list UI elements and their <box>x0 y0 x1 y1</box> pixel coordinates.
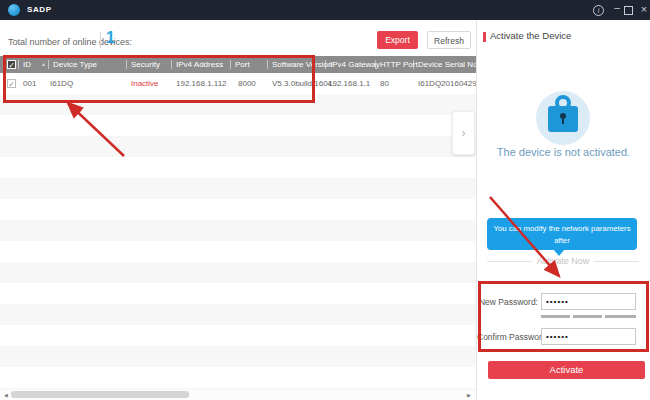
column-header-ipv4-address[interactable]: IPv4 Address <box>171 56 223 73</box>
total-devices-count: 1 <box>106 29 115 47</box>
refresh-button[interactable]: Refresh <box>427 31 471 49</box>
cell-device-type: I61DQ <box>50 73 73 94</box>
column-header-security[interactable]: Security <box>126 56 160 73</box>
password-strength-bar <box>541 315 570 318</box>
tooltip-line1: You can modify the network parameters af… <box>487 223 637 247</box>
password-strength-bar <box>573 315 602 318</box>
minimize-icon[interactable]: – <box>610 1 624 15</box>
scrollbar-thumb[interactable] <box>11 391 189 398</box>
table-row[interactable]: ✓ 001 I61DQ Inactive 192.168.1.112 8000 … <box>0 73 476 94</box>
password-strength-bar <box>605 315 636 318</box>
cell-http-port: 80 <box>380 73 389 94</box>
device-status-text: The device is not activated. <box>477 146 650 158</box>
panel-title-marker <box>483 32 486 42</box>
info-icon[interactable]: i <box>593 5 604 16</box>
scroll-right-icon[interactable]: ▶ <box>467 391 471 399</box>
divider-line <box>487 261 532 262</box>
divider-line <box>594 261 639 262</box>
column-header-id[interactable]: ID <box>18 56 31 73</box>
select-all-checkbox[interactable]: ✓ <box>7 60 16 69</box>
confirm-password-input[interactable] <box>541 328 636 345</box>
scroll-left-icon[interactable]: ◀ <box>4 391 8 399</box>
tooltip-tail <box>553 249 565 256</box>
cell-id: 001 <box>23 73 36 94</box>
cell-security: Inactive <box>131 73 159 94</box>
cell-serial: I61DQ20160429AAW <box>418 73 476 94</box>
table-header: ✓ ID ▲ Device Type Security IPv4 Address… <box>0 56 476 73</box>
new-password-label: New Password: <box>477 293 538 311</box>
activate-button[interactable]: Activate <box>488 361 645 379</box>
row-checkbox[interactable]: ✓ <box>7 79 16 88</box>
column-header-port[interactable]: Port <box>230 56 250 73</box>
panel-expand-handle[interactable]: › <box>452 111 475 155</box>
panel-title: Activate the Device <box>490 30 571 41</box>
column-header-http-port[interactable]: HTTP Port <box>375 56 418 73</box>
cell-ipv4-address: 192.168.1.112 <box>176 73 227 94</box>
sort-ascending-icon[interactable]: ▲ <box>41 61 46 68</box>
titlebar: SADP i – × <box>0 0 650 20</box>
cell-ipv4-gateway: 192.168.1.1 <box>328 73 370 94</box>
total-separator <box>100 32 101 48</box>
export-button[interactable]: Export <box>377 31 418 49</box>
empty-table-rows <box>0 94 476 390</box>
activate-device-panel: Activate the Device The device is not ac… <box>477 20 650 400</box>
new-password-input[interactable] <box>541 293 636 310</box>
confirm-password-label: Confirm Password: <box>477 328 538 346</box>
horizontal-scrollbar[interactable]: ◀ ▶ <box>0 390 476 400</box>
close-icon[interactable]: × <box>637 2 650 16</box>
activation-tooltip: You can modify the network parameters af… <box>487 218 637 250</box>
cell-port: 8000 <box>238 73 256 94</box>
sadp-logo-icon <box>8 4 20 16</box>
lock-keyhole-stem <box>562 117 564 124</box>
column-header-software-version[interactable]: Software Version <box>267 56 332 73</box>
app-title: SADP <box>27 5 52 14</box>
activate-now-link[interactable]: Activate Now <box>487 256 639 266</box>
maximize-icon[interactable] <box>624 6 633 15</box>
column-header-device-type[interactable]: Device Type <box>48 56 97 73</box>
sadp-window: SADP i – × Total number of online device… <box>0 0 650 400</box>
column-header-serial[interactable]: Device Serial No. <box>413 56 476 73</box>
column-header-ipv4-gateway[interactable]: IPv4 Gateway <box>325 56 380 73</box>
